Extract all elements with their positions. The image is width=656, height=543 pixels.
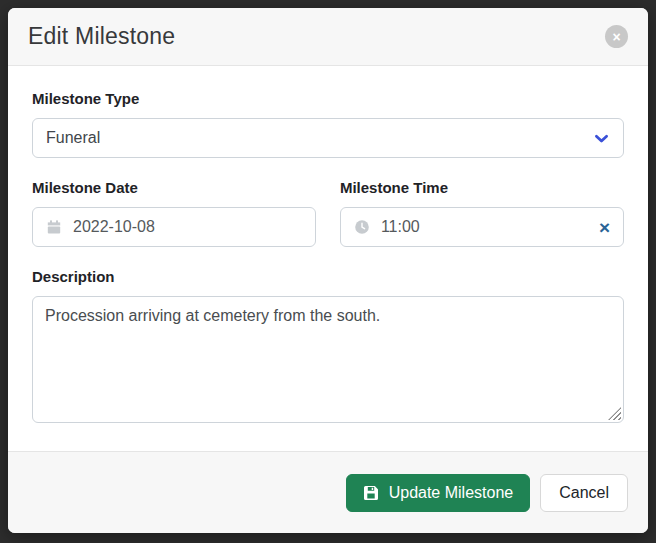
modal-title: Edit Milestone: [28, 23, 175, 50]
update-milestone-button[interactable]: Update Milestone: [346, 474, 531, 512]
milestone-type-value: Funeral: [46, 129, 100, 147]
milestone-date-group: Milestone Date: [32, 179, 316, 247]
milestone-type-select[interactable]: Funeral: [32, 118, 624, 158]
clear-time-icon: ×: [599, 217, 610, 238]
clock-icon: [354, 219, 370, 235]
modal-header: Edit Milestone ×: [8, 8, 648, 66]
clear-time-button[interactable]: ×: [599, 218, 610, 237]
milestone-type-label: Milestone Type: [32, 90, 624, 107]
milestone-time-label: Milestone Time: [340, 179, 624, 196]
modal-footer: Update Milestone Cancel: [8, 451, 648, 533]
milestone-time-input[interactable]: [381, 218, 588, 236]
description-textarea[interactable]: Procession arriving at cemetery from the…: [32, 296, 624, 423]
calendar-icon: [46, 219, 62, 235]
description-group: Description Procession arriving at cemet…: [32, 268, 624, 423]
milestone-date-field[interactable]: [32, 207, 316, 247]
milestone-time-group: Milestone Time ×: [340, 179, 624, 247]
edit-milestone-modal: Edit Milestone × Milestone Type Funeral …: [8, 8, 648, 533]
milestone-time-field[interactable]: ×: [340, 207, 624, 247]
cancel-button[interactable]: Cancel: [540, 474, 628, 512]
update-milestone-label: Update Milestone: [389, 484, 514, 502]
description-label: Description: [32, 268, 624, 285]
milestone-date-label: Milestone Date: [32, 179, 316, 196]
milestone-type-group: Milestone Type Funeral: [32, 90, 624, 158]
close-button[interactable]: ×: [605, 25, 628, 48]
chevron-down-icon: [593, 130, 610, 147]
close-icon: ×: [612, 30, 620, 44]
milestone-date-input[interactable]: [73, 218, 302, 236]
modal-body: Milestone Type Funeral Milestone Date: [8, 66, 648, 451]
save-icon: [363, 485, 379, 501]
